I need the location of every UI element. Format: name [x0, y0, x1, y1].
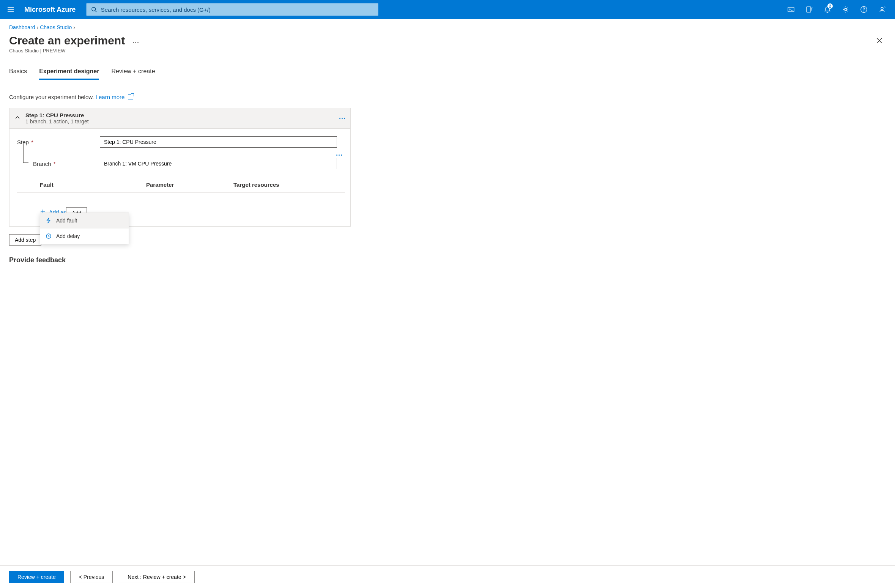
- page-more-button[interactable]: [133, 42, 139, 43]
- previous-button[interactable]: < Previous: [70, 571, 113, 583]
- branch-field-label: Branch *: [17, 161, 100, 167]
- page-header: Create an experiment Chaos Studio | PREV…: [9, 33, 886, 54]
- fault-table-header: Fault Parameter Target resources: [17, 176, 345, 193]
- svg-rect-5: [788, 7, 794, 12]
- external-link-icon: [128, 94, 133, 99]
- chevron-right-icon: ›: [73, 24, 75, 30]
- svg-line-4: [95, 11, 97, 12]
- col-parameter: Parameter: [146, 181, 233, 188]
- add-action-dropdown: Add fault Add delay: [40, 213, 129, 244]
- cloud-shell-icon: [787, 6, 795, 13]
- breadcrumb-dashboard[interactable]: Dashboard: [9, 24, 35, 30]
- breadcrumb: Dashboard › Chaos Studio ›: [9, 19, 886, 33]
- page-subtitle: Chaos Studio | PREVIEW: [9, 48, 873, 54]
- svg-rect-7: [807, 7, 811, 12]
- designer-panel: Configure your experiment below. Learn m…: [9, 94, 351, 264]
- svg-point-8: [845, 8, 847, 11]
- step-header: Step 1: CPU Pressure 1 branch, 1 action,…: [9, 108, 350, 129]
- step-card: Step 1: CPU Pressure 1 branch, 1 action,…: [9, 108, 351, 227]
- clock-icon: [46, 233, 52, 239]
- svg-point-3: [92, 7, 96, 11]
- review-create-button[interactable]: Review + create: [9, 571, 64, 583]
- search-input[interactable]: [101, 6, 374, 13]
- add-fault-label: Add fault: [56, 218, 77, 224]
- close-icon: [876, 37, 883, 44]
- notifications-button[interactable]: 2: [819, 2, 836, 17]
- step-summary: 1 branch, 1 action, 1 target: [25, 118, 339, 125]
- tab-experiment-designer[interactable]: Experiment designer: [39, 65, 99, 80]
- lightning-icon: [46, 218, 52, 224]
- branch-more-button[interactable]: [336, 154, 342, 156]
- search-icon: [91, 6, 97, 13]
- filter-icon: [805, 6, 813, 13]
- notification-badge: 2: [827, 3, 833, 9]
- intro-label: Configure your experiment below.: [9, 94, 94, 100]
- feedback-heading: Provide feedback: [9, 256, 351, 264]
- add-step-button[interactable]: Add step: [9, 234, 41, 246]
- hamburger-icon: [7, 6, 14, 13]
- gear-icon: [842, 6, 849, 13]
- brand-label[interactable]: Microsoft Azure: [18, 6, 86, 14]
- add-delay-label: Add delay: [56, 233, 80, 239]
- chevron-right-icon: ›: [37, 24, 39, 30]
- page-title: Create an experiment: [9, 34, 125, 47]
- tabs: Basics Experiment designer Review + crea…: [9, 65, 886, 80]
- svg-point-10: [863, 11, 864, 11]
- settings-button[interactable]: [837, 2, 854, 17]
- tab-review-create[interactable]: Review + create: [111, 65, 155, 80]
- chevron-up-icon: [15, 115, 20, 120]
- search-box[interactable]: [86, 3, 378, 16]
- help-button[interactable]: [856, 2, 872, 17]
- col-target: Target resources: [233, 181, 279, 188]
- topbar: Microsoft Azure 2: [0, 0, 895, 19]
- hamburger-menu-button[interactable]: [3, 2, 18, 17]
- step-collapse-button[interactable]: [15, 115, 20, 122]
- directory-filter-button[interactable]: [801, 2, 818, 17]
- svg-point-11: [881, 7, 883, 9]
- breadcrumb-chaos-studio[interactable]: Chaos Studio: [40, 24, 72, 30]
- step-name-input[interactable]: [100, 136, 337, 148]
- step-field-label: Step *: [17, 139, 100, 145]
- feedback-icon: [878, 6, 886, 13]
- add-fault-item[interactable]: Add fault: [40, 213, 129, 228]
- col-fault: Fault: [40, 181, 146, 188]
- close-button[interactable]: [873, 34, 886, 49]
- cloud-shell-button[interactable]: [783, 2, 799, 17]
- topbar-actions: 2: [783, 2, 892, 17]
- tab-basics[interactable]: Basics: [9, 65, 27, 80]
- intro-text: Configure your experiment below. Learn m…: [9, 94, 351, 100]
- add-delay-item[interactable]: Add delay: [40, 228, 129, 244]
- feedback-button[interactable]: [874, 2, 890, 17]
- branch-name-input[interactable]: [100, 158, 337, 169]
- step-title: Step 1: CPU Pressure: [25, 112, 339, 118]
- next-button[interactable]: Next : Review + create >: [119, 571, 194, 583]
- step-more-button[interactable]: [339, 118, 345, 119]
- learn-more-link[interactable]: Learn more: [96, 94, 133, 100]
- footer-bar: Review + create < Previous Next : Review…: [0, 565, 895, 588]
- help-icon: [860, 6, 868, 13]
